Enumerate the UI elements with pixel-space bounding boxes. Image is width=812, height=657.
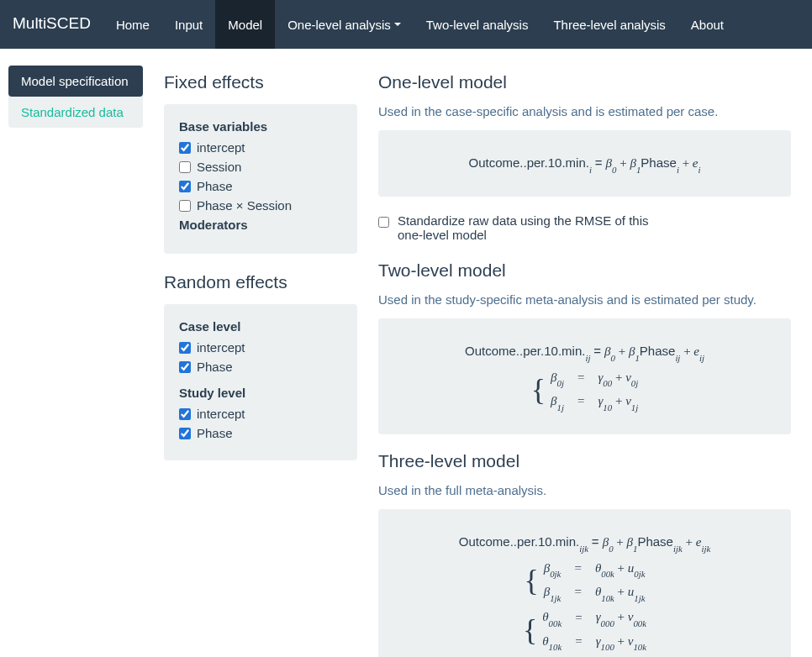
eq-phase: Phase: [641, 155, 677, 170]
random-effects-well: Case level intercept Phase Study level i…: [164, 304, 357, 460]
random-study-intercept-checkbox[interactable]: [179, 408, 191, 420]
random-case-intercept-checkbox[interactable]: [179, 342, 191, 354]
study-level-label: Study level: [179, 386, 342, 400]
random-case-intercept-row[interactable]: intercept: [179, 340, 342, 355]
fixed-phase-session-label: Phase × Session: [197, 198, 292, 213]
sidebar-pills: Model specification Standardized data: [8, 66, 143, 128]
fixed-intercept-label: intercept: [197, 140, 245, 155]
random-effects-title: Random effects: [164, 272, 357, 292]
standardize-label: Standardize raw data using the RMSE of t…: [398, 213, 675, 242]
one-level-title: One-level model: [378, 72, 791, 92]
sidebar-item-std-data[interactable]: Standardized data: [8, 97, 143, 128]
sidebar: Model specification Standardized data: [8, 66, 156, 657]
three-level-title: Three-level model: [378, 451, 791, 471]
fixed-phase-session-checkbox[interactable]: [179, 200, 191, 212]
eq-outcome: Outcome..per.10.min.: [459, 534, 579, 549]
fixed-phase-label: Phase: [197, 179, 233, 193]
random-study-phase-row[interactable]: Phase: [179, 426, 342, 440]
fixed-session-checkbox[interactable]: [179, 161, 191, 173]
nav-one-level[interactable]: One-level analysis: [275, 0, 414, 49]
standardize-row[interactable]: Standardize raw data using the RMSE of t…: [378, 213, 791, 242]
fixed-phase-row[interactable]: Phase: [179, 179, 342, 193]
nav-about-label: About: [691, 18, 724, 32]
nav-three-level-label: Three-level analysis: [553, 18, 665, 32]
brand: MultiSCED: [0, 0, 103, 49]
random-study-intercept-label: intercept: [197, 407, 245, 421]
case-level-label: Case level: [179, 319, 342, 334]
navbar: MultiSCED Home Input Model One-level ana…: [0, 0, 812, 49]
random-case-phase-checkbox[interactable]: [179, 361, 191, 373]
eq-outcome: Outcome..per.10.min.: [465, 344, 585, 358]
two-level-title: Two-level model: [378, 260, 791, 281]
random-study-intercept-row[interactable]: intercept: [179, 407, 342, 421]
fixed-session-row[interactable]: Session: [179, 160, 342, 174]
nav-two-level[interactable]: Two-level analysis: [414, 0, 541, 49]
nav-input-label: Input: [175, 18, 203, 32]
fixed-effects-well: Base variables intercept Session Phase P…: [164, 104, 357, 254]
eq-phase: Phase: [637, 534, 673, 549]
nav-model-label: Model: [228, 18, 262, 32]
nav-three-level[interactable]: Three-level analysis: [540, 0, 678, 49]
one-level-desc: Used in the case-specific analysis and i…: [378, 104, 791, 118]
random-study-phase-checkbox[interactable]: [179, 428, 191, 439]
one-level-equation: Outcome..per.10.min.i = β0 + β1Phasei + …: [378, 130, 791, 197]
models-column: One-level model Used in the case-specifi…: [366, 66, 804, 657]
base-variables-label: Base variables: [179, 119, 342, 134]
effects-column: Fixed effects Base variables intercept S…: [156, 66, 366, 657]
main-container: Model specification Standardized data Fi…: [0, 49, 812, 657]
fixed-intercept-checkbox[interactable]: [179, 142, 191, 154]
random-case-phase-label: Phase: [197, 360, 233, 374]
nav-model[interactable]: Model: [215, 0, 275, 49]
fixed-phase-session-row[interactable]: Phase × Session: [179, 198, 342, 213]
sidebar-item-model-spec[interactable]: Model specification: [8, 66, 143, 97]
two-level-equation: Outcome..per.10.min.ij = β0 + β1Phaseij …: [378, 318, 791, 434]
nav-list: Home Input Model One-level analysis Two-…: [103, 0, 736, 49]
nav-about[interactable]: About: [678, 0, 736, 49]
fixed-effects-title: Fixed effects: [164, 72, 357, 92]
sidebar-item-label: Standardized data: [21, 105, 124, 119]
nav-home[interactable]: Home: [103, 0, 162, 49]
standardize-checkbox[interactable]: [378, 217, 389, 228]
fixed-intercept-row[interactable]: intercept: [179, 140, 342, 155]
random-case-intercept-label: intercept: [197, 340, 245, 355]
eq-phase: Phase: [640, 344, 676, 358]
two-level-desc: Used in the study-specific meta-analysis…: [378, 292, 791, 307]
nav-home-label: Home: [116, 18, 150, 32]
nav-one-level-label: One-level analysis: [287, 18, 391, 32]
random-case-phase-row[interactable]: Phase: [179, 360, 342, 374]
eq-outcome: Outcome..per.10.min.: [468, 155, 588, 170]
fixed-phase-checkbox[interactable]: [179, 181, 191, 192]
random-study-phase-label: Phase: [197, 426, 233, 440]
moderators-label: Moderators: [179, 218, 342, 232]
three-level-desc: Used in the full meta-analysis.: [378, 483, 791, 497]
fixed-session-label: Session: [197, 160, 241, 174]
chevron-down-icon: [394, 23, 401, 26]
nav-two-level-label: Two-level analysis: [426, 18, 529, 32]
three-level-equation: Outcome..per.10.min.ijk = β0 + β1Phaseij…: [378, 509, 791, 657]
sidebar-item-label: Model specification: [21, 74, 129, 88]
nav-input[interactable]: Input: [162, 0, 215, 49]
